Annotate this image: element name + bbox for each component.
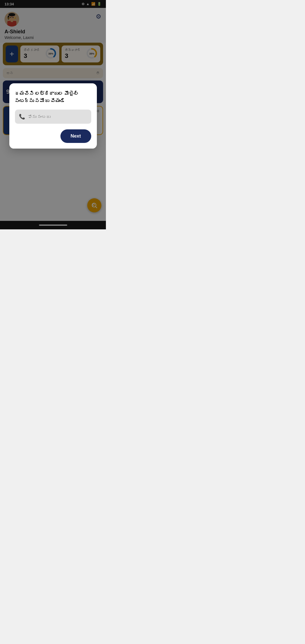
modal-footer: Next [15, 129, 91, 143]
phone-icon: 📞 [19, 114, 25, 120]
phone-number-input[interactable] [28, 114, 87, 119]
phone-register-modal: దయచేసి లభ్దిదారుల మొబైల్ నంబర్ను నమోదు చ… [9, 83, 97, 149]
phone-input-wrapper[interactable]: 📞 [15, 110, 91, 124]
next-button[interactable]: Next [60, 129, 91, 143]
modal-title: దయచేసి లభ్దిదారుల మొబైల్ నంబర్ను నమోదు చ… [15, 90, 91, 105]
